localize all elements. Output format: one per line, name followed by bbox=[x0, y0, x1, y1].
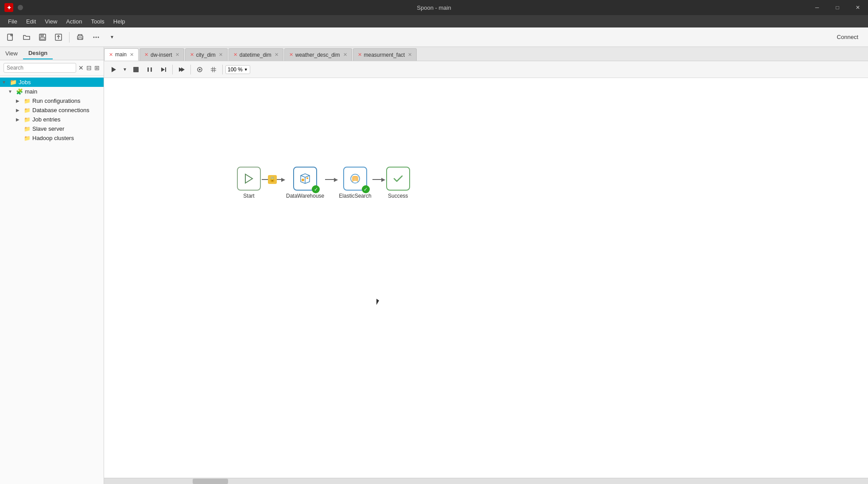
step-button[interactable] bbox=[175, 63, 188, 76]
sidebar-search-row: ✕ ⊟ ⊞ bbox=[0, 60, 104, 76]
main-toolbar: ▼ Connect bbox=[0, 27, 868, 47]
sidebar-view-tab[interactable]: View bbox=[0, 48, 23, 59]
more-button[interactable] bbox=[89, 30, 103, 44]
jobs-arrow bbox=[2, 80, 8, 85]
grid-button[interactable] bbox=[207, 63, 220, 76]
svg-rect-14 bbox=[151, 67, 152, 72]
canvas-toolbar-sep-1 bbox=[172, 65, 173, 74]
new-button[interactable] bbox=[4, 30, 18, 44]
tab-dw-icon: ✕ bbox=[144, 52, 148, 58]
menu-tools[interactable]: Tools bbox=[86, 16, 108, 27]
es-box: ✓ bbox=[343, 167, 367, 191]
open-button[interactable] bbox=[19, 30, 34, 44]
pause-button[interactable] bbox=[143, 63, 156, 76]
tree-item-jobs[interactable]: 📁 Jobs bbox=[0, 78, 104, 87]
stop-button[interactable] bbox=[130, 63, 142, 76]
run-configs-label: Run configurations bbox=[32, 98, 80, 104]
svg-marker-25 bbox=[245, 174, 252, 183]
tab-main-icon: ✕ bbox=[109, 52, 113, 58]
menu-file[interactable]: File bbox=[4, 16, 22, 27]
menu-view[interactable]: View bbox=[40, 16, 62, 27]
tab-bar: ✕ main ✕ ✕ dw-insert ✕ ✕ city_dim ✕ ✕ da… bbox=[104, 47, 868, 61]
preview-button[interactable] bbox=[194, 63, 206, 76]
run-button[interactable] bbox=[108, 63, 120, 76]
svg-point-27 bbox=[306, 177, 308, 179]
tab-measurement-close[interactable]: ✕ bbox=[408, 52, 412, 58]
tab-city-close[interactable]: ✕ bbox=[219, 52, 223, 58]
svg-point-20 bbox=[199, 69, 201, 70]
canvas[interactable]: Start 🔒 ▶ bbox=[104, 78, 868, 484]
minimize-button[interactable]: ─ bbox=[807, 0, 827, 15]
expand-tree-button[interactable]: ⊞ bbox=[94, 63, 100, 73]
run-dropdown-button[interactable]: ▼ bbox=[121, 63, 128, 76]
tree-item-slave-server[interactable]: 📁 Slave server bbox=[0, 124, 104, 133]
tree-item-run-configs[interactable]: 📁 Run configurations bbox=[0, 96, 104, 105]
toolbar-separator-1 bbox=[69, 32, 70, 43]
svg-rect-3 bbox=[40, 37, 45, 39]
svg-point-9 bbox=[96, 36, 97, 38]
svg-point-26 bbox=[302, 179, 304, 181]
collapse-tree-button[interactable]: ⊟ bbox=[86, 63, 92, 73]
tab-city-dim[interactable]: ✕ city_dim ✕ bbox=[185, 48, 228, 61]
tab-dw-insert[interactable]: ✕ dw-insert ✕ bbox=[140, 48, 184, 61]
svg-rect-12 bbox=[133, 67, 139, 72]
tab-dw-close[interactable]: ✕ bbox=[175, 52, 179, 58]
svg-marker-11 bbox=[112, 67, 116, 72]
dropdown-button[interactable]: ▼ bbox=[105, 30, 119, 44]
tab-main-close[interactable]: ✕ bbox=[130, 52, 134, 58]
tree-item-job-entries[interactable]: 📁 Job entries bbox=[0, 115, 104, 124]
save-as-button[interactable] bbox=[51, 30, 66, 44]
tree-view: 📁 Jobs 🧩 main 📁 Run configurations 📁 Dat… bbox=[0, 76, 104, 484]
clear-search-button[interactable]: ✕ bbox=[78, 63, 84, 73]
job-flow: Start 🔒 ▶ bbox=[237, 167, 410, 199]
resume-button[interactable] bbox=[157, 63, 170, 76]
zoom-value: 100 bbox=[228, 66, 236, 73]
tab-datetime-close[interactable]: ✕ bbox=[275, 52, 279, 58]
main-label: main bbox=[25, 88, 37, 95]
success-label: Success bbox=[388, 193, 408, 199]
restore-button[interactable]: □ bbox=[827, 0, 848, 15]
menu-edit[interactable]: Edit bbox=[22, 16, 40, 27]
search-input[interactable] bbox=[4, 63, 76, 73]
node-success[interactable]: Success bbox=[386, 167, 410, 199]
mouse-cursor bbox=[376, 299, 382, 307]
job-entries-arrow bbox=[16, 117, 22, 122]
app-icon: ✦ bbox=[4, 3, 13, 12]
node-start[interactable]: Start bbox=[237, 167, 261, 199]
canvas-container: ✕ main ✕ ✕ dw-insert ✕ ✕ city_dim ✕ ✕ da… bbox=[104, 47, 868, 484]
save-button[interactable] bbox=[35, 30, 50, 44]
tab-main[interactable]: ✕ main ✕ bbox=[104, 48, 139, 61]
tab-datetime-label: datetime_dim bbox=[240, 52, 271, 58]
close-button[interactable]: ✕ bbox=[848, 0, 868, 15]
hadoop-clusters-label: Hadoop clusters bbox=[32, 135, 74, 141]
tab-city-icon: ✕ bbox=[190, 52, 194, 58]
tab-city-label: city_dim bbox=[196, 52, 216, 58]
svg-rect-13 bbox=[147, 67, 149, 72]
tab-datetime-icon: ✕ bbox=[233, 52, 237, 58]
titlebar-dot bbox=[18, 5, 23, 10]
es-label: ElasticSearch bbox=[339, 193, 371, 199]
zoom-dropdown-icon: ▼ bbox=[244, 67, 248, 72]
canvas-toolbar-sep-3 bbox=[222, 65, 223, 74]
node-elasticsearch[interactable]: ✓ ElasticSearch bbox=[339, 167, 371, 199]
tab-weather[interactable]: ✕ weather_desc_dim ✕ bbox=[284, 48, 352, 61]
connect-button[interactable]: Connect bbox=[831, 32, 864, 42]
print-button[interactable] bbox=[73, 30, 87, 44]
sidebar-design-tab[interactable]: Design bbox=[23, 47, 53, 59]
menu-help[interactable]: Help bbox=[109, 16, 130, 27]
titlebar: ✦ Spoon - main ─ □ ✕ bbox=[0, 0, 868, 15]
db-connections-arrow bbox=[16, 108, 22, 113]
svg-rect-7 bbox=[78, 38, 82, 39]
horizontal-scrollbar[interactable] bbox=[104, 478, 868, 484]
tree-item-hadoop-clusters[interactable]: 📁 Hadoop clusters bbox=[0, 133, 104, 143]
tab-measurement[interactable]: ✕ measurment_fact ✕ bbox=[353, 48, 417, 61]
tab-datetime-dim[interactable]: ✕ datetime_dim ✕ bbox=[229, 48, 283, 61]
tab-weather-close[interactable]: ✕ bbox=[343, 52, 347, 58]
node-datawarehouse[interactable]: ✓ DataWarehouse bbox=[286, 167, 324, 199]
zoom-selector[interactable]: 100 % ▼ bbox=[225, 65, 250, 74]
sidebar: View Design ✕ ⊟ ⊞ 📁 Jobs 🧩 main bbox=[0, 47, 104, 484]
menu-action[interactable]: Action bbox=[62, 16, 86, 27]
tree-item-db-connections[interactable]: 📁 Database connections bbox=[0, 105, 104, 115]
db-connections-label: Database connections bbox=[32, 107, 89, 113]
tree-item-main[interactable]: 🧩 main bbox=[0, 87, 104, 96]
